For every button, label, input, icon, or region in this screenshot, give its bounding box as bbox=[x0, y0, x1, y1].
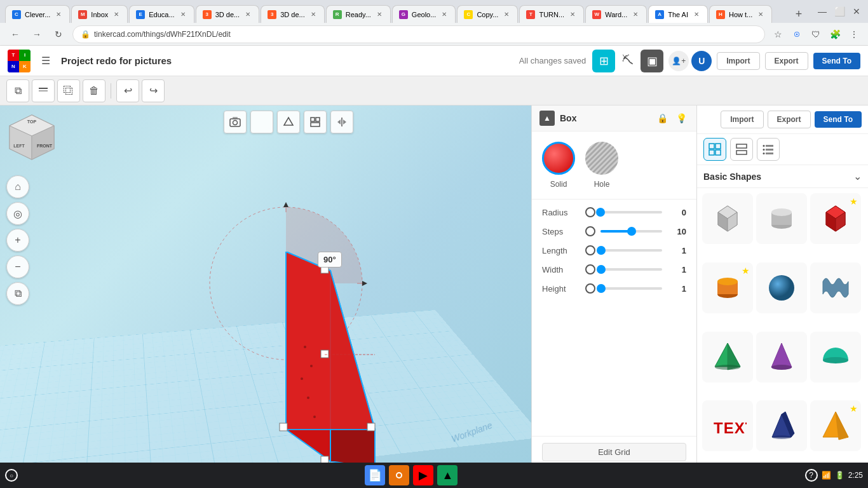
workplane-button[interactable] bbox=[32, 79, 55, 102]
chrome-icon[interactable] bbox=[789, 27, 804, 42]
copy-shape-button[interactable]: ⧉ bbox=[6, 79, 29, 102]
tab-close-icon[interactable]: ✕ bbox=[756, 10, 765, 19]
perspective-button[interactable] bbox=[250, 111, 273, 133]
fit-view-button[interactable]: ◎ bbox=[6, 202, 29, 225]
shape-view-button[interactable] bbox=[277, 111, 300, 133]
shape-item-text-red[interactable]: TEXT bbox=[702, 400, 753, 451]
radius-slider[interactable] bbox=[600, 211, 662, 214]
tab-tab-copy[interactable]: C Copy... ✕ bbox=[457, 5, 518, 23]
menu-icon[interactable]: ⋮ bbox=[846, 27, 862, 42]
dark-view-button[interactable]: ▣ bbox=[641, 50, 663, 72]
tab-tab-ready[interactable]: R Ready... ✕ bbox=[326, 5, 391, 23]
tab-close-icon[interactable]: ✕ bbox=[179, 10, 187, 19]
shape-item-prism-blue[interactable] bbox=[756, 400, 807, 451]
width-slider[interactable] bbox=[600, 268, 662, 271]
hole-option[interactable]: Hole bbox=[585, 142, 618, 189]
tab-close-icon[interactable]: ✕ bbox=[243, 10, 252, 19]
tab-close-icon[interactable]: ✕ bbox=[631, 10, 640, 19]
tab-close-icon[interactable]: ✕ bbox=[112, 10, 121, 19]
reload-button[interactable]: ↻ bbox=[50, 25, 67, 43]
lib-send-to-button[interactable]: Send To bbox=[815, 111, 862, 128]
list-view-btn[interactable] bbox=[757, 138, 780, 161]
tab-close-icon[interactable]: ✕ bbox=[375, 10, 384, 19]
view-cube[interactable]: TOP LEFT FRONT bbox=[6, 112, 57, 163]
tab-close-icon[interactable]: ✕ bbox=[54, 10, 63, 19]
duplicate-button[interactable]: ⿻ bbox=[57, 79, 80, 102]
chrome-taskbar-icon[interactable] bbox=[389, 465, 409, 485]
shape-item-box-red[interactable]: ★ bbox=[810, 193, 861, 244]
close-btn[interactable]: ✕ bbox=[850, 6, 863, 17]
shield-icon[interactable]: 🛡 bbox=[808, 27, 824, 42]
camera-button[interactable] bbox=[224, 111, 247, 133]
new-tab-button[interactable]: + bbox=[790, 5, 808, 23]
layout-button[interactable] bbox=[304, 111, 327, 133]
views-button[interactable]: ⧉ bbox=[6, 282, 29, 305]
tab-tab-howt[interactable]: H How t... ✕ bbox=[709, 5, 772, 23]
length-slider[interactable] bbox=[600, 249, 662, 252]
shape-item-pyramid-green[interactable] bbox=[702, 332, 753, 383]
tab-tab-educa[interactable]: E Educa... ✕ bbox=[129, 5, 194, 23]
tab-close-icon[interactable]: ✕ bbox=[692, 10, 701, 19]
tab-close-icon[interactable]: ✕ bbox=[568, 10, 577, 19]
lib-export-button[interactable]: Export bbox=[768, 111, 811, 128]
floor-plan-btn[interactable] bbox=[730, 138, 753, 161]
minimize-btn[interactable]: — bbox=[815, 6, 829, 17]
tab-tab-inbox[interactable]: M Inbox ✕ bbox=[71, 5, 128, 23]
library-title[interactable]: Basic Shapes bbox=[703, 172, 853, 182]
shape-item-cylinder-orange[interactable]: ★ bbox=[702, 262, 753, 313]
tab-tab-3dde2[interactable]: 3 3D de... ✕ bbox=[261, 5, 325, 23]
undo-button[interactable]: ↩ bbox=[116, 79, 139, 102]
tab-tab-turn[interactable]: T TURN... ✕ bbox=[519, 5, 584, 23]
tab-tab-clever[interactable]: C Clever... ✕ bbox=[5, 5, 70, 23]
zoom-in-button[interactable]: + bbox=[6, 229, 29, 252]
redo-button[interactable]: ↪ bbox=[142, 79, 165, 102]
shape-item-cylinder-gray[interactable] bbox=[756, 193, 807, 244]
pickaxe-button[interactable]: ⛏ bbox=[616, 50, 639, 72]
viewport[interactable]: 90° TOP LEFT FRONT ⌂ ◎ + − bbox=[0, 105, 531, 488]
zoom-out-button[interactable]: − bbox=[6, 255, 29, 278]
tab-tab-3dde1[interactable]: 3 3D de... ✕ bbox=[196, 5, 260, 23]
height-slider[interactable] bbox=[600, 287, 662, 290]
tab-close-icon[interactable]: ✕ bbox=[440, 10, 449, 19]
steps-slider[interactable] bbox=[600, 230, 662, 233]
extensions-icon[interactable]: 🧩 bbox=[827, 27, 843, 42]
mirror-button[interactable] bbox=[330, 111, 353, 133]
grid-view-button[interactable]: ⊞ bbox=[592, 50, 615, 72]
export-button[interactable]: Export bbox=[765, 52, 808, 70]
maximize-btn[interactable]: ⬜ bbox=[832, 6, 848, 17]
solid-option[interactable]: Solid bbox=[542, 142, 575, 189]
shape-item-half-sphere[interactable] bbox=[810, 332, 861, 383]
sidebar-toggle-button[interactable]: ☰ bbox=[37, 52, 55, 70]
help-icon[interactable]: ? bbox=[805, 469, 818, 482]
back-button[interactable]: ← bbox=[6, 25, 24, 43]
url-bar[interactable]: 🔒 tinkercad.com/things/dWhF21fXnDL/edit bbox=[72, 25, 765, 43]
tab-tab-geolo[interactable]: G Geolo... ✕ bbox=[392, 5, 456, 23]
home-view-button[interactable]: ⌂ bbox=[6, 175, 29, 198]
lib-import-button[interactable]: Import bbox=[721, 111, 763, 128]
3d-box-shape[interactable] bbox=[273, 252, 388, 474]
shape-item-cone-purple[interactable] bbox=[756, 332, 807, 383]
light-bulb-icon[interactable]: 💡 bbox=[674, 111, 689, 126]
add-user-button[interactable]: 👤+ bbox=[668, 51, 689, 71]
send-to-button[interactable]: Send To bbox=[813, 53, 860, 69]
forward-button[interactable]: → bbox=[28, 25, 46, 43]
shape-item-sphere[interactable] bbox=[756, 262, 807, 313]
shape-item-box-gray[interactable] bbox=[702, 193, 753, 244]
tab-close-icon[interactable]: ✕ bbox=[502, 10, 511, 19]
bookmark-icon[interactable]: ☆ bbox=[770, 27, 785, 42]
grid-view-btn[interactable] bbox=[703, 138, 726, 161]
youtube-taskbar-icon[interactable]: ▶ bbox=[413, 465, 433, 485]
apps-button[interactable]: ○ bbox=[5, 469, 18, 482]
lock-icon[interactable]: 🔒 bbox=[654, 111, 670, 126]
edit-grid-button[interactable]: Edit Grid bbox=[542, 443, 686, 461]
delete-button[interactable]: 🗑 bbox=[83, 79, 105, 102]
tab-tab-ward[interactable]: W Ward... ✕ bbox=[585, 5, 647, 23]
shape-item-wavy[interactable] bbox=[810, 262, 861, 313]
shape-item-pyramid-yellow[interactable]: ★ bbox=[810, 400, 861, 451]
user-avatar[interactable]: U bbox=[691, 51, 712, 71]
import-button[interactable]: Import bbox=[717, 52, 759, 70]
tab-close-icon[interactable]: ✕ bbox=[309, 10, 318, 19]
drive-taskbar-icon[interactable]: ▲ bbox=[437, 465, 458, 485]
collapse-button[interactable]: ▲ bbox=[539, 111, 555, 126]
docs-icon[interactable]: 📄 bbox=[365, 465, 385, 485]
